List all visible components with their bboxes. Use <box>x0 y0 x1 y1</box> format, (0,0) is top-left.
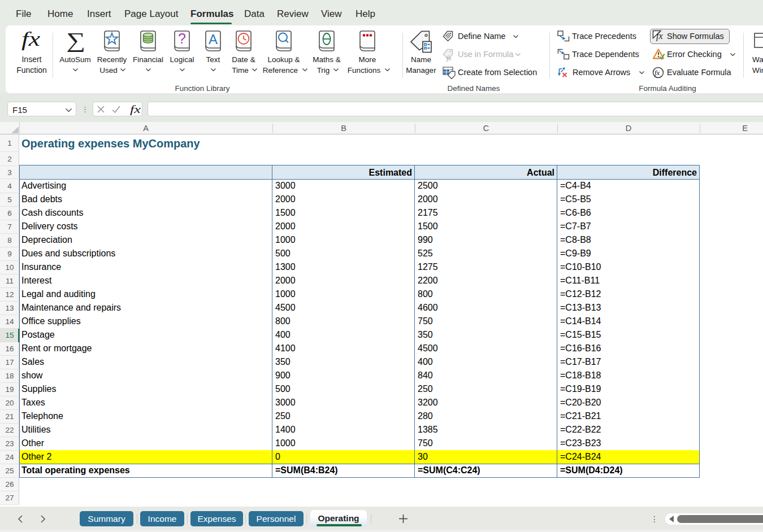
svg-text:fx: fx <box>654 68 660 77</box>
svg-text:fx: fx <box>21 28 41 50</box>
svg-text:A: A <box>209 32 218 47</box>
svg-text:fx: fx <box>446 54 452 62</box>
svg-text:fx: fx <box>130 103 141 115</box>
svg-text:fx: fx <box>656 31 663 41</box>
svg-text:?: ? <box>178 30 186 46</box>
